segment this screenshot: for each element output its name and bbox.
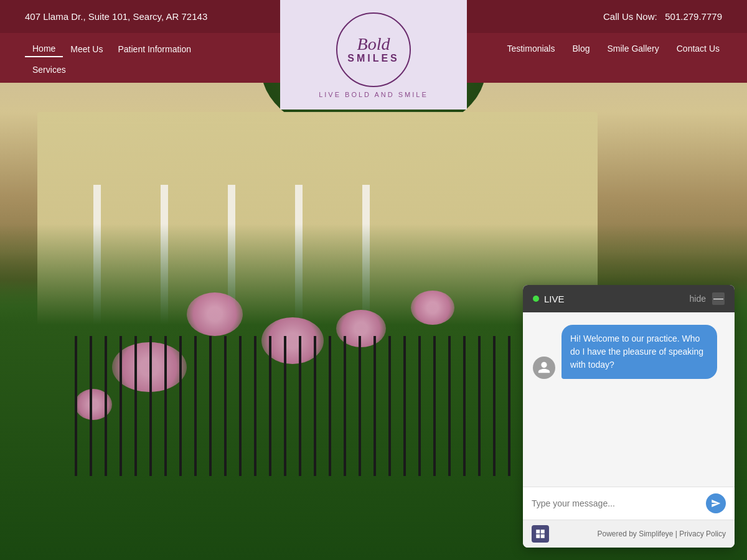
- chat-message-row: Hi! Welcome to our practice. Who do I ha…: [533, 325, 725, 379]
- logo-tagline: LIVE BOLD AND SMILE: [299, 91, 448, 98]
- agent-avatar: [533, 357, 555, 379]
- chat-header: LIVE hide —: [523, 285, 735, 312]
- nav-right: Testimonials Blog Smile Gallery Contact …: [504, 40, 722, 57]
- nav-blog[interactable]: Blog: [570, 40, 592, 57]
- live-label: LIVE: [544, 294, 565, 304]
- chat-messages: Hi! Welcome to our practice. Who do I ha…: [523, 312, 735, 487]
- nav-left: Home Meet Us Patient Information: [25, 40, 199, 57]
- logo-smiles-text: SMILES: [347, 53, 400, 64]
- svg-rect-0: [536, 530, 540, 533]
- fence: [75, 336, 523, 476]
- header-wrapper: 407 Llama Dr., Suite 101, Searcy, AR 721…: [0, 0, 747, 83]
- logo-area: Bold SMILES LIVE BOLD AND SMILE: [280, 0, 467, 110]
- phone-number-value: 501.279.7779: [665, 11, 722, 22]
- nav-smile-gallery[interactable]: Smile Gallery: [605, 40, 662, 57]
- minimize-button[interactable]: —: [712, 292, 725, 305]
- person-icon: [537, 361, 551, 375]
- phone-number: Call Us Now: 501.279.7779: [603, 11, 722, 22]
- chat-actions: hide —: [690, 292, 725, 305]
- chat-input-area: [523, 487, 735, 520]
- logo-circle: Bold SMILES: [336, 12, 411, 87]
- header-top: 407 Llama Dr., Suite 101, Searcy, AR 721…: [0, 0, 747, 33]
- chat-footer: Powered by Simplifeye | Privacy Policy: [523, 520, 735, 548]
- svg-rect-3: [541, 534, 545, 538]
- powered-by-text: Powered by Simplifeye | Privacy Policy: [597, 530, 726, 538]
- live-indicator: LIVE: [533, 294, 565, 304]
- live-dot: [533, 296, 539, 302]
- nav-testimonials[interactable]: Testimonials: [504, 40, 557, 57]
- send-icon: [711, 498, 721, 508]
- phone-label: Call Us Now:: [603, 11, 657, 22]
- flower-cluster: [187, 292, 243, 336]
- send-button[interactable]: [706, 493, 726, 513]
- logo-bold-text: Bold: [357, 35, 390, 53]
- simplifeye-logo: [532, 525, 549, 543]
- nav-services[interactable]: Services: [25, 61, 73, 77]
- nav-home[interactable]: Home: [25, 40, 63, 57]
- svg-rect-2: [536, 534, 540, 538]
- hide-button[interactable]: hide: [690, 294, 706, 304]
- nav-contact-us[interactable]: Contact Us: [674, 40, 722, 57]
- nav-patient-information[interactable]: Patient Information: [110, 40, 199, 57]
- chat-logo-icon: [535, 528, 546, 539]
- chat-bubble: Hi! Welcome to our practice. Who do I ha…: [561, 325, 717, 379]
- nav-meet-us[interactable]: Meet Us: [63, 40, 110, 57]
- svg-rect-1: [541, 530, 545, 533]
- chat-widget: LIVE hide — Hi! Welcome to our practice.…: [523, 285, 735, 548]
- chat-input[interactable]: [532, 498, 701, 508]
- flower-cluster: [411, 291, 454, 325]
- address: 407 Llama Dr., Suite 101, Searcy, AR 721…: [25, 11, 207, 22]
- header: 407 Llama Dr., Suite 101, Searcy, AR 721…: [0, 0, 747, 83]
